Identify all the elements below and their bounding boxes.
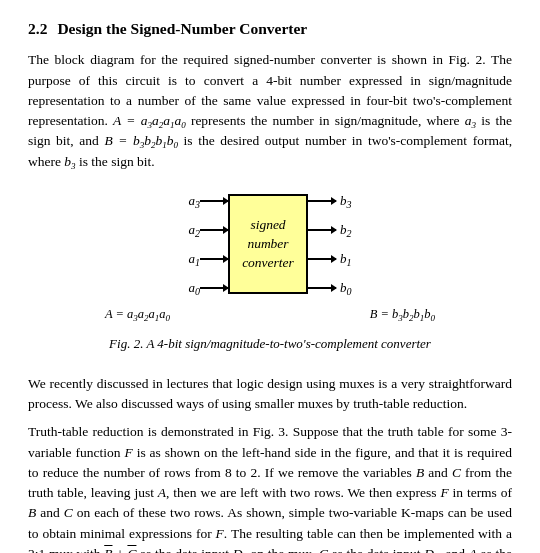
converter-box: signed number converter — [228, 194, 308, 294]
paragraph-1: The block diagram for the required signe… — [28, 50, 512, 172]
paragraph-3: Truth-table reduction is demonstrated in… — [28, 422, 512, 553]
box-line3: converter — [242, 254, 294, 273]
output-b2: b2 — [308, 219, 362, 241]
box-line2: number — [247, 235, 288, 254]
input-a2: a2 — [178, 219, 228, 241]
outputs-col: b3 b2 b1 b0 — [308, 190, 362, 299]
label-B: B = b3b2b1b0 — [370, 305, 435, 323]
section-title: Design the Signed-Number Converter — [57, 18, 307, 40]
section-number: 2.2 — [28, 18, 47, 40]
diagram-area: a3 a2 a1 a0 signed number — [105, 190, 435, 323]
section-heading: 2.2 Design the Signed-Number Converter — [28, 18, 512, 40]
input-a3: a3 — [178, 190, 228, 212]
output-b3: b3 — [308, 190, 362, 212]
output-b1: b1 — [308, 248, 362, 270]
figure-2: a3 a2 a1 a0 signed number — [28, 190, 512, 364]
inputs-col: a3 a2 a1 a0 — [178, 190, 228, 299]
figure-caption: Fig. 2. A 4-bit sign/magnitude-to-two's-… — [109, 335, 431, 354]
paragraph-2: We recently discussed in lectures that l… — [28, 374, 512, 415]
input-a0: a0 — [178, 277, 228, 299]
output-b0: b0 — [308, 277, 362, 299]
input-a1: a1 — [178, 248, 228, 270]
box-line1: signed — [250, 216, 285, 235]
diagram-labels: A = a3a2a1a0 B = b3b2b1b0 — [105, 305, 435, 323]
label-A: A = a3a2a1a0 — [105, 305, 170, 323]
